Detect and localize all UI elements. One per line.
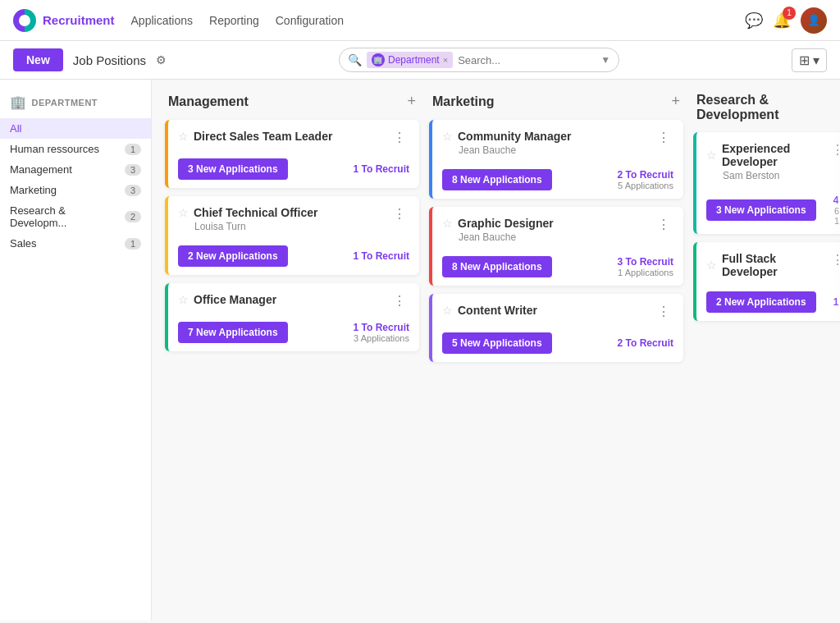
col-header-rd: Research & Development [693, 93, 840, 122]
sidebar-item-marketing[interactable]: Marketing3 [0, 180, 151, 200]
search-dropdown-icon[interactable]: ▼ [600, 54, 610, 66]
recruit-label: 1 T [833, 296, 840, 308]
settings-icon[interactable]: ⚙ [156, 53, 167, 66]
new-applications-button[interactable]: 8 New Applications [442, 169, 552, 190]
dept-sidebar-icon: 🏢 [10, 94, 27, 110]
sub-header-left: New Job Positions ⚙ [13, 48, 167, 71]
job-title: Office Manager [194, 293, 276, 306]
sidebar-count: 1 [125, 238, 141, 250]
filter-close-icon[interactable]: × [443, 55, 448, 65]
new-applications-button[interactable]: 3 New Applications [178, 158, 288, 180]
notification-badge: 1 [783, 7, 796, 20]
job-card-card1[interactable]: ☆ Direct Sales Team Leader ⋮ 3 New Appli… [165, 120, 419, 188]
nav-applications[interactable]: Applications [131, 11, 194, 30]
sidebar-item-research-&-developm...[interactable]: Research & Developm...2 [0, 200, 151, 233]
col-title: Marketing [432, 94, 495, 109]
kanban-content: Management+ ☆ Direct Sales Team Leader ⋮… [152, 80, 840, 621]
job-card-card2[interactable]: ☆ Chief Technical Officer Louisa Turn ⋮ … [165, 196, 419, 275]
search-input[interactable] [458, 54, 596, 66]
chat-icon[interactable]: 💬 [745, 11, 763, 30]
card-menu-icon[interactable]: ⋮ [828, 142, 840, 158]
sub-header: New Job Positions ⚙ 🔍 🏢 Department × ▼ ⊞… [0, 41, 840, 80]
new-applications-button[interactable]: 2 New Applications [706, 291, 816, 313]
job-card-top: ☆ Content Writer ⋮ [442, 304, 673, 319]
star-icon[interactable]: ☆ [178, 206, 189, 219]
kanban-col-marketing: Marketing+ ☆ Community Manager Jean Bauc… [429, 93, 683, 370]
card-menu-icon[interactable]: ⋮ [828, 252, 840, 268]
job-card-card7[interactable]: ☆ Experienced Developer Sam Berston ⋮ 3 … [693, 132, 840, 234]
view-toggle[interactable]: ⊞ ▾ [792, 48, 827, 72]
job-card-card3[interactable]: ☆ Office Manager ⋮ 7 New Applications 1 … [165, 283, 419, 351]
view-dropdown-icon[interactable]: ▾ [813, 53, 819, 68]
star-icon[interactable]: ☆ [706, 149, 717, 162]
star-icon[interactable]: ☆ [178, 293, 189, 306]
recruit-label: 2 To Recruit [618, 169, 673, 181]
sidebar-item-human-ressources[interactable]: Human ressources1 [0, 139, 151, 159]
card-menu-icon[interactable]: ⋮ [654, 304, 673, 319]
nav-menu: Applications Reporting Configuration [131, 11, 344, 30]
job-card-top: ☆ Office Manager ⋮ [178, 293, 409, 309]
recruit-info: 1 T [833, 296, 840, 308]
main-layout: 🏢 DEPARTMENT AllHuman ressources1Managem… [0, 80, 840, 621]
recruit-extra: 1 A [833, 216, 840, 226]
card-menu-icon[interactable]: ⋮ [390, 130, 409, 145]
job-title-row: ☆ Experienced Developer [706, 142, 828, 168]
top-navigation: Recruitment Applications Reporting Confi… [0, 0, 840, 41]
col-add-icon[interactable]: + [671, 93, 680, 110]
col-title: Management [168, 94, 249, 109]
job-card-card6[interactable]: ☆ Content Writer ⋮ 5 New Applications 2 … [429, 294, 683, 362]
recruit-label: 2 To Recruit [618, 337, 673, 349]
card-menu-icon[interactable]: ⋮ [654, 130, 673, 145]
logo-icon [13, 9, 36, 32]
star-icon[interactable]: ☆ [442, 217, 453, 230]
star-icon[interactable]: ☆ [442, 130, 453, 143]
star-icon[interactable]: ☆ [442, 304, 453, 317]
job-title-row: ☆ Full Stack Developer [706, 252, 828, 278]
col-add-icon[interactable]: + [407, 93, 416, 110]
app-logo[interactable]: Recruitment [13, 9, 115, 32]
star-icon[interactable]: ☆ [706, 259, 717, 272]
job-title-row: ☆ Community Manager [442, 130, 571, 143]
nav-configuration[interactable]: Configuration [276, 11, 344, 30]
job-card-card4[interactable]: ☆ Community Manager Jean Bauche ⋮ 8 New … [429, 120, 683, 199]
recruit-sub: 5 Applications [618, 181, 673, 190]
sidebar-count: 2 [125, 211, 141, 222]
sidebar-item-all[interactable]: All [0, 118, 151, 139]
new-applications-button[interactable]: 8 New Applications [442, 256, 552, 277]
job-title: Direct Sales Team Leader [194, 130, 332, 143]
job-title: Chief Technical Officer [194, 206, 317, 219]
recruit-label: 1 To Recruit [354, 163, 409, 175]
sidebar-item-label: All [10, 122, 21, 135]
new-applications-button[interactable]: 2 New Applications [178, 245, 288, 267]
new-applications-button[interactable]: 3 New Applications [706, 199, 816, 221]
job-card-actions: 5 New Applications 2 To Recruit [442, 328, 673, 355]
recruit-info: 1 To Recruit [354, 250, 409, 262]
job-title-row: ☆ Chief Technical Officer [178, 206, 317, 219]
star-icon[interactable]: ☆ [178, 130, 189, 143]
sidebar-item-label: Management [10, 163, 72, 176]
recruit-label: 4 T [833, 195, 840, 206]
app-name: Recruitment [43, 13, 115, 27]
new-button[interactable]: New [13, 48, 63, 71]
recruit-info: 1 To Recruit [354, 163, 409, 175]
nav-reporting[interactable]: Reporting [209, 11, 259, 30]
job-card-actions: 8 New Applications 2 To Recruit5 Applica… [442, 164, 673, 192]
job-subtitle: Louisa Turn [194, 221, 317, 232]
job-card-top: ☆ Full Stack Developer ⋮ [706, 252, 840, 278]
sidebar-item-sales[interactable]: Sales1 [0, 233, 151, 254]
card-menu-icon[interactable]: ⋮ [654, 217, 673, 232]
card-menu-icon[interactable]: ⋮ [390, 293, 409, 309]
job-card-card8[interactable]: ☆ Full Stack Developer ⋮ 2 New Applicati… [693, 242, 840, 321]
kanban-col-rd: Research & Development ☆ Experienced Dev… [693, 93, 840, 370]
notification-icon[interactable]: 🔔 1 [773, 11, 791, 30]
card-menu-icon[interactable]: ⋮ [390, 206, 409, 222]
new-applications-button[interactable]: 7 New Applications [178, 322, 288, 343]
new-applications-button[interactable]: 5 New Applications [442, 332, 552, 354]
job-title: Graphic Designer [458, 217, 554, 230]
filter-label: Department [388, 54, 440, 66]
job-card-card5[interactable]: ☆ Graphic Designer Jean Bauche ⋮ 8 New A… [429, 207, 683, 286]
job-card-actions: 2 New Applications 1 T [706, 286, 840, 314]
avatar[interactable]: 👤 [801, 7, 827, 34]
department-filter-tag[interactable]: 🏢 Department × [367, 52, 453, 68]
sidebar-item-management[interactable]: Management3 [0, 159, 151, 180]
